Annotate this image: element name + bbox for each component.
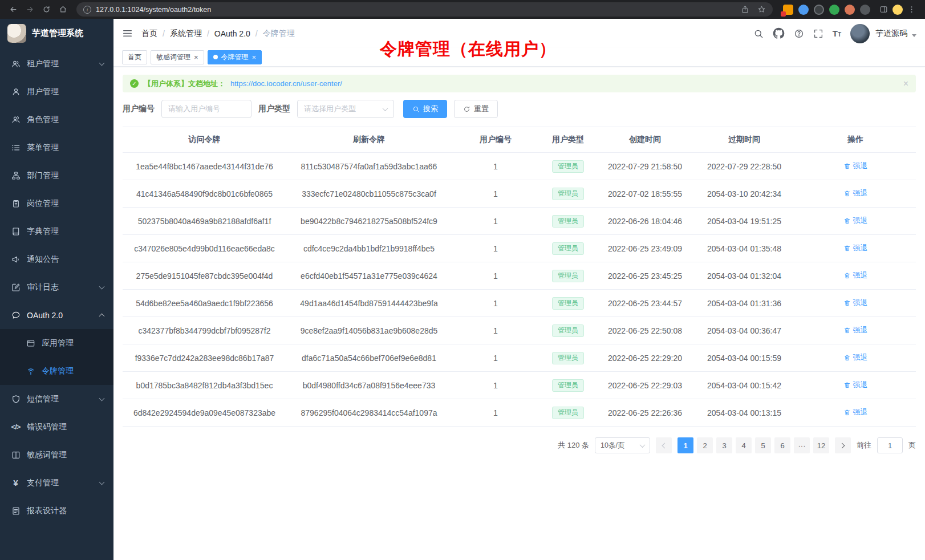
sidebar-item-pay[interactable]: ¥支付管理 xyxy=(0,469,113,497)
sidebar-item-tenant[interactable]: 租户管理 xyxy=(0,50,113,78)
sidebar-item-user[interactable]: 用户管理 xyxy=(0,78,113,105)
doc-alert: ✓ 【用户体系】文档地址： https://doc.iocoder.cn/use… xyxy=(123,75,916,92)
reload-icon[interactable] xyxy=(39,2,54,17)
sidebar-item-sensitive[interactable]: 敏感词管理 xyxy=(0,441,113,469)
token-table: 访问令牌刷新令牌用户编号用户类型创建时间过期时间操作 1ea5e44f8bc14… xyxy=(123,127,916,427)
sidebar-item-dept[interactable]: 部门管理 xyxy=(0,161,113,189)
alert-doc-link[interactable]: https://doc.iocoder.cn/user-center/ xyxy=(230,79,342,88)
breadcrumb-item[interactable]: 系统管理 xyxy=(170,29,202,39)
reset-button[interactable]: 重置 xyxy=(454,100,498,118)
sidebar-item-report[interactable]: 报表设计器 xyxy=(0,497,113,525)
page-button-12[interactable]: 12 xyxy=(813,437,829,453)
user-id-cell: 1 xyxy=(452,262,539,290)
sidebar-item-menu[interactable]: 菜单管理 xyxy=(0,133,113,161)
pay-icon: ¥ xyxy=(11,478,21,488)
browser-menu-icon[interactable] xyxy=(904,2,919,17)
bookmark-star-icon[interactable] xyxy=(754,2,769,17)
sidebar-item-notice[interactable]: 通知公告 xyxy=(0,245,113,273)
user-type-select[interactable]: 请选择用户类型 xyxy=(297,100,394,118)
force-logout-button[interactable]: 强退 xyxy=(843,325,868,335)
page-button-3[interactable]: 3 xyxy=(716,437,732,453)
page-button-2[interactable]: 2 xyxy=(697,437,713,453)
site-info-icon[interactable]: i xyxy=(83,6,91,14)
force-logout-label: 强退 xyxy=(853,270,868,281)
help-icon[interactable] xyxy=(794,29,804,39)
page-button-1[interactable]: 1 xyxy=(677,437,693,453)
user-type-cell: 管理员 xyxy=(539,290,597,317)
search-button[interactable]: 搜索 xyxy=(403,100,447,118)
forward-icon[interactable] xyxy=(22,2,38,17)
force-logout-button[interactable]: 强退 xyxy=(843,188,868,198)
force-logout-button[interactable]: 强退 xyxy=(843,216,868,226)
breadcrumb-item[interactable]: 首页 xyxy=(141,29,157,39)
force-logout-button[interactable]: 强退 xyxy=(843,298,868,308)
goto-page-input[interactable]: 1 xyxy=(877,437,903,453)
sidebar-item-oauth2-token[interactable]: 令牌管理 xyxy=(0,357,113,385)
user-avatar[interactable] xyxy=(850,24,870,43)
next-page-button[interactable] xyxy=(835,437,851,453)
force-logout-button[interactable]: 强退 xyxy=(843,380,868,390)
tab-home[interactable]: 首页 xyxy=(122,50,147,64)
sidebar-item-oauth2[interactable]: OAuth 2.0 xyxy=(0,301,113,329)
extension-icon-paw[interactable] xyxy=(860,5,870,15)
force-logout-button[interactable]: 强退 xyxy=(843,407,868,417)
search-icon[interactable] xyxy=(753,29,764,39)
profile-avatar-icon[interactable] xyxy=(892,5,903,15)
address-bar[interactable]: i 127.0.0.1:1024/system/oauth2/token xyxy=(76,2,773,17)
tab-sensitive-word[interactable]: 敏感词管理× xyxy=(151,50,204,64)
force-logout-button[interactable]: 强退 xyxy=(843,243,868,253)
access-token-cell: 1ea5e44f8bc1467aaede43144f31de76 xyxy=(123,153,286,180)
trash-icon xyxy=(843,299,851,307)
page-button-4[interactable]: 4 xyxy=(736,437,752,453)
extension-icon-sparkle[interactable] xyxy=(845,5,855,15)
force-logout-button[interactable]: 强退 xyxy=(843,352,868,363)
sidebar-item-role[interactable]: 角色管理 xyxy=(0,105,113,133)
alert-close-icon[interactable]: × xyxy=(903,79,908,88)
page-button-5[interactable]: 5 xyxy=(755,437,771,453)
split-screen-icon[interactable] xyxy=(876,2,891,17)
prev-page-button[interactable] xyxy=(656,437,672,453)
sidebar-item-label: 租户管理 xyxy=(27,59,59,69)
logo-image xyxy=(7,24,26,43)
user-type-tag: 管理员 xyxy=(552,188,584,200)
expire-time-cell: 2054-03-04 00:36:47 xyxy=(693,317,795,344)
fullscreen-icon[interactable] xyxy=(813,29,823,39)
filter-bar: 用户编号 请输入用户编号 用户类型 请选择用户类型 搜索 重置 xyxy=(123,100,916,118)
errcode-icon: </> xyxy=(11,422,21,432)
page-button-6[interactable]: 6 xyxy=(774,437,790,453)
force-logout-button[interactable]: 强退 xyxy=(843,270,868,281)
sidebar-item-sms[interactable]: 短信管理 xyxy=(0,385,113,413)
chevron-down-icon xyxy=(99,479,105,485)
extension-icon-dark[interactable] xyxy=(814,5,824,15)
more-pages-button[interactable]: ··· xyxy=(794,437,810,453)
column-header: 用户编号 xyxy=(452,127,539,153)
sidebar-item-post[interactable]: 岗位管理 xyxy=(0,189,113,217)
extension-icon-green[interactable] xyxy=(829,5,839,15)
extension-icon-orange[interactable] xyxy=(783,5,793,15)
tab-close-icon[interactable]: × xyxy=(194,54,198,61)
table-row: 502375b8040a469a9b82188afdf6af1fbe90422b… xyxy=(123,208,916,235)
sidebar-item-oauth2-app[interactable]: 应用管理 xyxy=(0,329,113,357)
tab-close-icon[interactable]: × xyxy=(252,54,257,61)
sidebar-item-errcode[interactable]: </>错误码管理 xyxy=(0,413,113,441)
force-logout-button[interactable]: 强退 xyxy=(843,161,868,171)
sidebar-item-dict[interactable]: 字典管理 xyxy=(0,217,113,245)
collapse-menu-icon[interactable] xyxy=(122,28,133,39)
font-size-icon[interactable]: TT xyxy=(833,29,841,38)
table-row: c342377bf8b344799dcbf7bf095287f29ce8ef2a… xyxy=(123,317,916,344)
user-id-input[interactable]: 请输入用户编号 xyxy=(161,100,251,118)
back-icon[interactable] xyxy=(6,2,21,17)
home-icon[interactable] xyxy=(55,2,71,17)
breadcrumb-item[interactable]: OAuth 2.0 xyxy=(214,29,250,38)
share-icon[interactable] xyxy=(737,2,753,17)
github-icon[interactable] xyxy=(773,27,785,39)
page-size-select[interactable]: 10条/页 xyxy=(595,437,650,453)
tab-token[interactable]: 令牌管理× xyxy=(208,50,262,64)
extension-icon-blue[interactable] xyxy=(798,5,809,15)
action-cell: 强退 xyxy=(795,208,916,235)
username[interactable]: 芋道源码 xyxy=(875,29,907,39)
trash-icon xyxy=(843,354,851,362)
chevron-down-icon[interactable] xyxy=(912,34,916,37)
sidebar-item-audit[interactable]: 审计日志 xyxy=(0,273,113,301)
trash-icon xyxy=(843,217,851,225)
